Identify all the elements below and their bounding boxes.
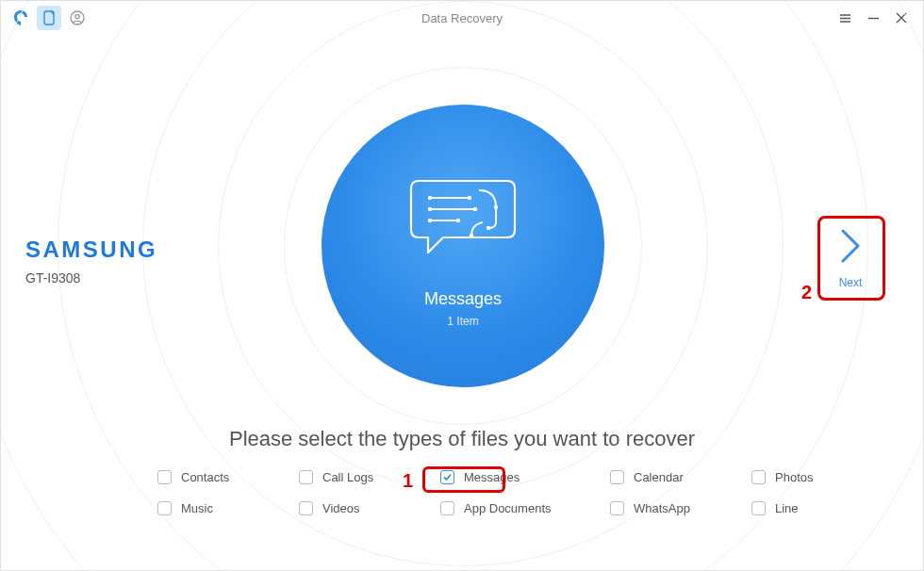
category-line[interactable]: Line xyxy=(751,501,865,515)
category-call-logs[interactable]: Call Logs xyxy=(299,470,431,484)
category-label: Contacts xyxy=(181,470,229,484)
checkbox-icon xyxy=(440,501,454,515)
menu-icon[interactable] xyxy=(836,9,853,26)
device-brand: SAMSUNG xyxy=(25,237,157,263)
category-label: Calendar xyxy=(634,470,684,484)
messages-icon xyxy=(402,165,524,269)
checkbox-icon xyxy=(157,470,172,484)
checkbox-icon xyxy=(157,501,172,515)
minimize-icon[interactable] xyxy=(865,9,882,26)
category-contacts[interactable]: Contacts xyxy=(157,470,289,484)
checkbox-icon xyxy=(751,501,766,515)
close-icon[interactable] xyxy=(893,9,910,26)
category-photos[interactable]: Photos xyxy=(751,470,865,484)
user-tab-icon[interactable] xyxy=(65,6,90,30)
svg-point-13 xyxy=(487,225,490,229)
checkbox-icon xyxy=(299,501,313,515)
checkbox-icon xyxy=(299,470,313,484)
next-button[interactable]: Next xyxy=(819,220,882,297)
category-whatsapp[interactable]: WhatsApp xyxy=(610,501,742,515)
data-recovery-tab-icon[interactable] xyxy=(37,6,61,30)
category-label: Videos xyxy=(322,501,360,515)
category-label: App Documents xyxy=(464,501,552,515)
titlebar: Data Recovery xyxy=(1,1,923,35)
checkbox-icon xyxy=(610,501,624,515)
category-label: WhatsApp xyxy=(634,501,690,515)
titlebar-left xyxy=(1,6,90,30)
checkbox-icon xyxy=(440,470,454,484)
category-calendar[interactable]: Calendar xyxy=(610,470,742,484)
category-label: Line xyxy=(775,501,799,515)
center-category-count: 1 Item xyxy=(447,315,478,328)
category-app-documents[interactable]: App Documents xyxy=(440,501,601,515)
svg-point-10 xyxy=(428,218,432,221)
svg-point-6 xyxy=(428,195,432,199)
svg-point-7 xyxy=(468,195,471,199)
svg-point-8 xyxy=(428,206,432,210)
svg-point-14 xyxy=(470,233,473,237)
checkbox-icon xyxy=(610,470,624,484)
center-category-circle: Messages 1 Item xyxy=(322,105,604,387)
app-logo-icon[interactable] xyxy=(8,6,33,30)
categories-grid: Contacts Call Logs Messages Calendar Pho… xyxy=(157,470,791,515)
window-title: Data Recovery xyxy=(1,11,923,25)
svg-point-9 xyxy=(473,206,477,210)
chevron-right-icon xyxy=(837,227,864,269)
category-messages[interactable]: Messages xyxy=(440,470,601,484)
window-controls xyxy=(836,9,923,26)
svg-point-11 xyxy=(456,218,460,221)
category-label: Photos xyxy=(775,470,813,484)
device-panel: SAMSUNG GT-I9308 xyxy=(25,237,157,286)
category-videos[interactable]: Videos xyxy=(299,501,431,515)
instructions-text: Please select the types of files you wan… xyxy=(1,427,923,451)
svg-point-12 xyxy=(494,204,498,208)
category-label: Call Logs xyxy=(322,470,373,484)
annotation-number-2: 2 xyxy=(801,282,812,303)
svg-point-1 xyxy=(71,11,84,24)
svg-point-2 xyxy=(75,14,79,18)
category-label: Messages xyxy=(464,470,520,484)
center-category-label: Messages xyxy=(424,289,502,309)
category-music[interactable]: Music xyxy=(157,501,289,515)
next-label: Next xyxy=(839,276,863,289)
checkbox-icon xyxy=(751,470,766,484)
category-label: Music xyxy=(181,501,213,515)
device-model: GT-I9308 xyxy=(25,270,157,286)
